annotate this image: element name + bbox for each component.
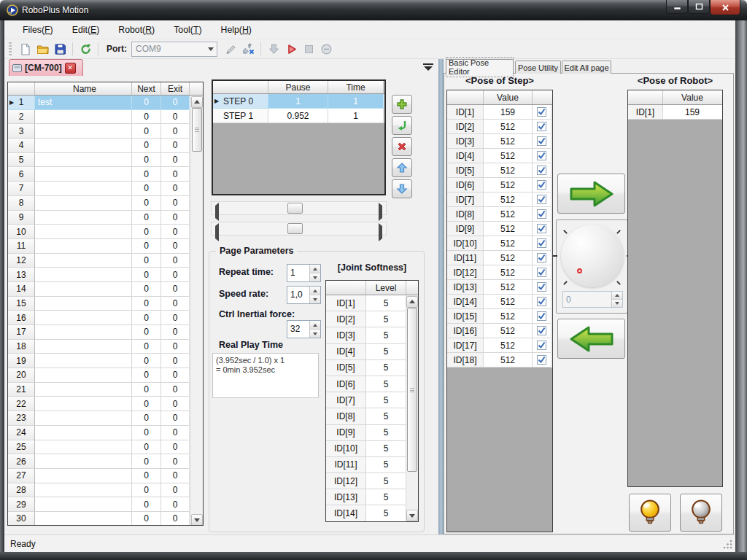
cell-next[interactable]: 0: [132, 96, 161, 110]
pose-enable-checkbox[interactable]: [533, 120, 551, 134]
pose-step-row-ID[12][interactable]: ID[12]512: [447, 265, 552, 280]
cell-next[interactable]: 0: [132, 340, 161, 354]
page-row-21[interactable]: 2100: [8, 383, 192, 397]
cell-exit[interactable]: 0: [161, 440, 190, 455]
joint-row-ID[10][interactable]: ID[10]5: [326, 441, 406, 457]
tab-basic-pose-editor[interactable]: Basic Pose Editor: [446, 59, 514, 74]
slider-left-arrow-icon[interactable]: [215, 206, 219, 219]
pose-enable-checkbox[interactable]: [533, 207, 551, 222]
menu-item-edit[interactable]: Edit(E): [63, 20, 109, 39]
cell-next[interactable]: 0: [132, 325, 161, 340]
page-row-9[interactable]: 900: [8, 211, 192, 225]
resize-grip-icon[interactable]: [723, 540, 732, 549]
pose-value[interactable]: 512: [484, 236, 533, 251]
cell-next[interactable]: 0: [132, 454, 161, 469]
cell-time[interactable]: 1: [328, 109, 384, 123]
joint-row-ID[14][interactable]: ID[14]5: [326, 505, 406, 521]
cell-next[interactable]: 0: [132, 268, 161, 282]
step-row-0[interactable]: ▶STEP 011: [213, 94, 384, 109]
cell-exit[interactable]: 0: [161, 483, 190, 498]
play-icon[interactable]: [282, 41, 300, 57]
page-row-25[interactable]: 2500: [8, 440, 192, 455]
menu-item-help[interactable]: Help(H): [212, 20, 261, 39]
cell-name[interactable]: [35, 282, 132, 297]
page-row-10[interactable]: 1000: [8, 225, 192, 239]
joint-level[interactable]: 5: [366, 473, 406, 489]
slider-thumb[interactable]: [287, 203, 303, 214]
pose-enable-checkbox[interactable]: [533, 251, 551, 265]
dial-value[interactable]: 0: [563, 292, 611, 307]
cell-exit[interactable]: 0: [161, 311, 190, 325]
pose-enable-checkbox[interactable]: [533, 134, 551, 149]
pose-enable-checkbox[interactable]: [533, 265, 551, 280]
pose-step-row-ID[15][interactable]: ID[15]512: [447, 309, 552, 324]
download-icon[interactable]: [265, 41, 282, 57]
cell-name[interactable]: [35, 426, 132, 440]
tab-edit-all-page[interactable]: Edit All page: [562, 61, 611, 74]
scroll-down-icon[interactable]: [191, 514, 203, 526]
cell-exit[interactable]: 0: [161, 354, 190, 368]
spin-down-icon[interactable]: [310, 330, 320, 338]
pose-enable-checkbox[interactable]: [533, 280, 551, 295]
cell-name[interactable]: [35, 440, 132, 455]
pose-value[interactable]: 512: [484, 222, 533, 236]
cell-exit[interactable]: 0: [161, 211, 190, 225]
pose-step-row-ID[5][interactable]: ID[5]512: [447, 163, 552, 178]
joint-level[interactable]: 5: [366, 344, 406, 360]
pose-enable-checkbox[interactable]: [533, 178, 551, 192]
page-row-20[interactable]: 2000: [8, 368, 192, 383]
cell-exit[interactable]: 0: [161, 153, 190, 168]
cell-name[interactable]: [35, 454, 132, 469]
torque-off-button[interactable]: [680, 494, 722, 532]
joint-level[interactable]: 5: [366, 392, 406, 408]
page-table-scrollbar[interactable]: [190, 96, 203, 526]
pose-step-row-ID[1][interactable]: ID[1]159: [447, 105, 552, 120]
cell-name[interactable]: [35, 211, 132, 225]
new-file-icon[interactable]: [16, 41, 34, 57]
pose-value[interactable]: 512: [484, 309, 533, 324]
cell-name[interactable]: [35, 139, 132, 153]
cell-name[interactable]: [35, 383, 132, 397]
column-header-name[interactable]: Name: [35, 82, 132, 95]
page-row-11[interactable]: 1100: [8, 239, 192, 254]
stop-icon[interactable]: [300, 41, 317, 57]
pose-value[interactable]: 512: [484, 149, 533, 163]
cell-exit[interactable]: 0: [161, 497, 190, 512]
pose-step-row-ID[3][interactable]: ID[3]512: [447, 134, 552, 149]
page-row-6[interactable]: 600: [8, 167, 192, 182]
joint-row-ID[11][interactable]: ID[11]5: [326, 457, 406, 473]
cell-exit[interactable]: 0: [161, 239, 190, 254]
joint-row-ID[5][interactable]: ID[5]5: [326, 360, 406, 376]
cell-exit[interactable]: 0: [161, 196, 190, 211]
cell-next[interactable]: 0: [132, 282, 161, 297]
pose-step-row-ID[10][interactable]: ID[10]512: [447, 236, 552, 251]
column-header-exit[interactable]: Exit: [161, 82, 190, 95]
scroll-down-icon[interactable]: [406, 510, 418, 521]
cell-exit[interactable]: 0: [161, 282, 190, 297]
cell-exit[interactable]: 0: [161, 383, 190, 397]
cell-next[interactable]: 0: [132, 139, 161, 153]
pose-step-row-ID[13][interactable]: ID[13]512: [447, 280, 552, 295]
cell-exit[interactable]: 0: [161, 426, 190, 440]
tab-pose-utility[interactable]: Pose Utility: [515, 61, 561, 74]
spin-down-icon[interactable]: [310, 273, 320, 281]
page-row-13[interactable]: 1300: [8, 268, 192, 282]
cell-next[interactable]: 0: [132, 497, 161, 512]
menu-item-robot[interactable]: Robot(R): [109, 20, 164, 39]
dial-value-spinner[interactable]: 0: [562, 291, 623, 308]
page-row-27[interactable]: 2700: [8, 469, 192, 483]
pose-robot-row-ID[1][interactable]: ID[1]159: [628, 105, 722, 120]
tab-cm700[interactable]: [CM-700] ✕: [9, 59, 83, 76]
joint-level[interactable]: 5: [366, 295, 406, 311]
page-row-14[interactable]: 1400: [8, 282, 192, 297]
slider-left-arrow-icon[interactable]: [215, 226, 219, 239]
page-row-28[interactable]: 2800: [8, 483, 192, 498]
pose-step-row-ID[8][interactable]: ID[8]512: [447, 207, 552, 222]
cell-name[interactable]: [35, 512, 132, 526]
cell-name[interactable]: [35, 297, 132, 311]
torque-on-button[interactable]: [629, 494, 671, 532]
cell-next[interactable]: 0: [132, 225, 161, 239]
joint-row-ID[7][interactable]: ID[7]5: [326, 392, 406, 408]
cell-exit[interactable]: 0: [161, 469, 190, 483]
pose-value[interactable]: 512: [484, 178, 533, 192]
